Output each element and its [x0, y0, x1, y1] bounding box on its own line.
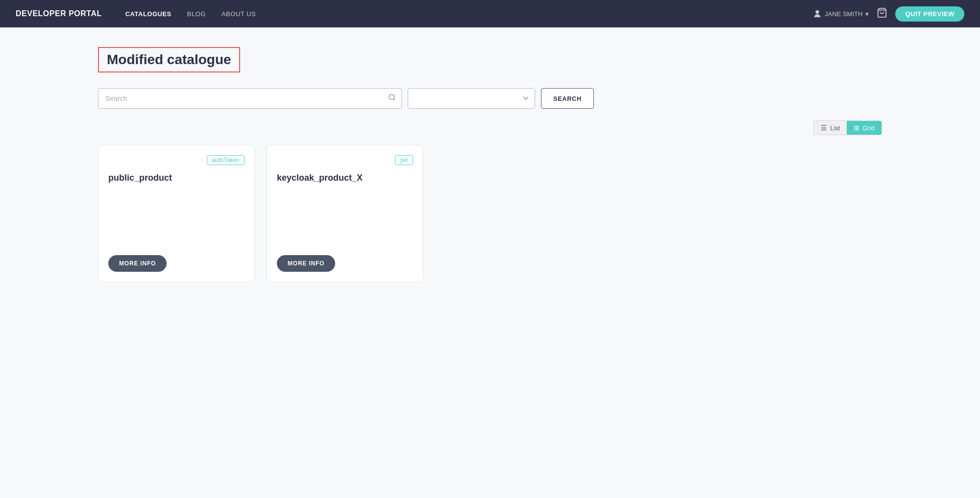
nav-blog[interactable]: BLOG [187, 10, 206, 18]
user-icon [813, 9, 822, 18]
navbar-right: JANE SMITH ▾ QUIT PREVIEW [813, 6, 964, 22]
card-name-1: keycloak_product_X [277, 173, 413, 183]
view-toggle-row: ☰ List ⊞ Grid [98, 120, 882, 135]
user-menu[interactable]: JANE SMITH ▾ [813, 9, 869, 18]
svg-point-1 [389, 95, 394, 100]
page-title-wrapper: Modified catalogue [98, 47, 240, 72]
main-content: Modified catalogue SEARCH ☰ List ⊞ [0, 27, 980, 302]
list-view-button[interactable]: ☰ List [814, 121, 847, 135]
view-toggle: ☰ List ⊞ Grid [813, 120, 882, 135]
user-name: JANE SMITH [825, 10, 862, 18]
search-row: SEARCH [98, 88, 882, 109]
page-title: Modified catalogue [107, 52, 231, 68]
product-card-0: authToken public_product MORE INFO [98, 145, 255, 282]
cart-icon[interactable] [877, 7, 887, 21]
search-input-wrapper [98, 88, 402, 109]
cards-grid: authToken public_product MORE INFO jwt k… [98, 145, 882, 282]
card-tag-1: jwt [395, 155, 413, 165]
grid-icon: ⊞ [854, 124, 859, 132]
card-name-0: public_product [108, 173, 245, 183]
user-dropdown-icon: ▾ [865, 10, 869, 18]
svg-line-2 [393, 99, 395, 100]
list-view-label: List [830, 124, 840, 132]
nav-links: CATALOGUES BLOG ABOUT US [125, 10, 813, 18]
brand-logo: DEVELOPER PORTAL [16, 9, 102, 18]
navbar: DEVELOPER PORTAL CATALOGUES BLOG ABOUT U… [0, 0, 980, 27]
card-tag-0: authToken [207, 155, 245, 165]
product-card-1: jwt keycloak_product_X MORE INFO [267, 145, 423, 282]
search-icon [388, 94, 396, 103]
search-button[interactable]: SEARCH [541, 88, 594, 109]
list-icon: ☰ [821, 124, 827, 132]
grid-view-label: Grid [862, 124, 875, 132]
more-info-button-1[interactable]: MORE INFO [277, 255, 335, 272]
search-input[interactable] [98, 88, 402, 109]
more-info-button-0[interactable]: MORE INFO [108, 255, 167, 272]
quit-preview-button[interactable]: QUIT PREVIEW [895, 6, 964, 22]
nav-catalogues[interactable]: CATALOGUES [125, 10, 172, 18]
grid-view-button[interactable]: ⊞ Grid [847, 121, 882, 135]
nav-about-us[interactable]: ABOUT US [221, 10, 256, 18]
filter-dropdown[interactable] [408, 88, 535, 109]
